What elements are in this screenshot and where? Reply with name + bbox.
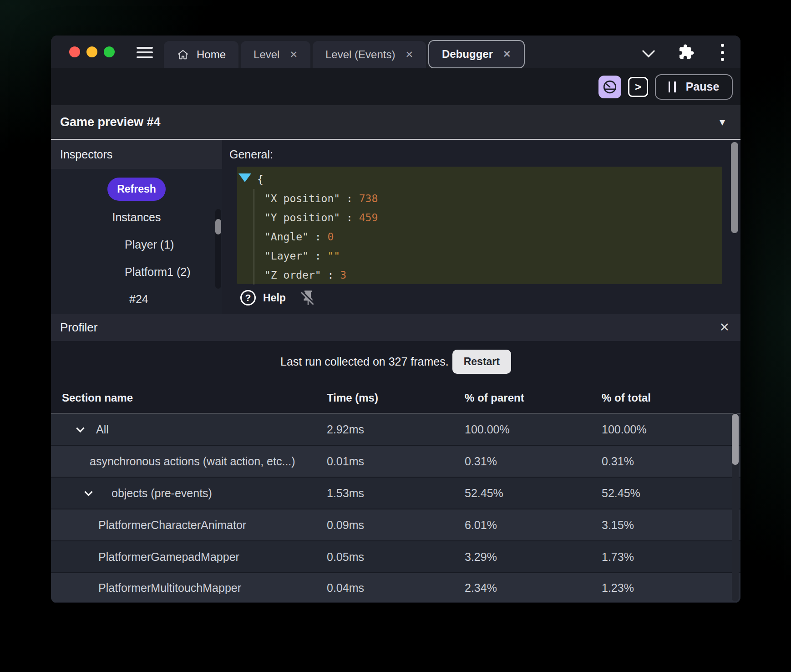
json-value: 738 [359,193,378,204]
console-button[interactable]: > [628,77,648,97]
pause-button[interactable]: Pause [655,74,733,100]
gauge-icon [602,79,618,95]
section-name: PlatformerMultitouchMapper [98,581,241,595]
profiler-table-header: Section name Time (ms) % of parent % of … [51,382,740,413]
desktop-background: Home Level ✕ Level (Events) ✕ Debugger ✕ [0,0,791,672]
percent-parent-cell: 6.01% [465,519,602,532]
section-name: PlatformerGamepadMapper [98,550,239,564]
close-window-button[interactable] [69,46,80,57]
game-preview-header[interactable]: Game preview #4 ▾ [51,105,740,140]
percent-total-cell: 52.45% [602,487,740,500]
inspectors-header: Inspectors [51,140,222,169]
json-property-viewer: { "X position" : 738 "Y position" : 459 … [237,167,722,284]
close-tab-icon[interactable]: ✕ [405,49,413,60]
json-key: "Angle" [264,231,309,243]
time-cell: 2.92ms [327,423,465,436]
percent-total-cell: 100.00% [602,423,740,436]
json-value: 459 [359,212,378,224]
help-label[interactable]: Help [263,292,286,304]
console-chevron-glyph: > [635,81,641,93]
debugger-window: Home Level ✕ Level (Events) ✕ Debugger ✕ [51,36,740,603]
percent-parent-cell: 0.31% [465,455,602,468]
minimize-window-button[interactable] [86,46,97,57]
time-cell: 0.01ms [327,455,465,468]
json-open-brace: { [257,170,722,189]
percent-parent-cell: 100.00% [465,423,602,436]
table-scrollbar-thumb[interactable] [732,414,739,465]
profiler-status-row: Last run collected on 327 frames. Restar… [51,349,740,374]
chevron-down-icon[interactable] [642,45,655,57]
general-panel: General: { "X position" : 738 "Y positio… [222,140,740,314]
titlebar: Home Level ✕ Level (Events) ✕ Debugger ✕ [51,36,740,68]
json-lines: "X position" : 738 "Y position" : 459 "A… [254,189,722,285]
inspector-item-instances[interactable]: Instances [51,210,222,224]
chevron-down-icon[interactable] [76,424,84,432]
json-value: 0 [327,231,334,243]
unpin-icon[interactable] [299,289,317,306]
json-key: "X position" [264,193,340,204]
tab-label: Home [197,48,226,61]
tab-label: Debugger [442,48,493,61]
tab-bar: Home Level ✕ Level (Events) ✕ Debugger ✕ [164,36,525,68]
close-tab-icon[interactable]: ✕ [289,49,298,60]
chevron-down-icon[interactable]: ▾ [720,116,725,128]
percent-total-cell: 3.15% [602,519,740,532]
inspector-item-24[interactable]: #24 [51,292,222,306]
time-cell: 0.09ms [327,519,465,532]
table-row[interactable]: PlatformerGamepadMapper 0.05ms 3.29% 1.7… [51,540,740,572]
general-scrollbar-thumb[interactable] [731,142,738,233]
tab-level[interactable]: Level ✕ [241,41,310,68]
debugger-toolbar: > Pause [51,68,740,105]
inspectors-panel: Inspectors Refresh Instances Player (1) … [51,140,222,314]
inspector-item-player[interactable]: Player (1) [51,238,222,251]
inspectors-list: Refresh Instances Player (1) Platform1 (… [51,169,222,314]
column-header-percent-total: % of total [602,392,740,404]
tab-label: Level (Events) [325,48,395,61]
restart-button[interactable]: Restart [452,350,511,374]
help-icon[interactable]: ? [240,290,256,305]
general-section-title: General: [222,140,740,161]
more-options-kebab-icon[interactable] [719,44,725,61]
tab-level-events[interactable]: Level (Events) ✕ [313,41,426,68]
column-header-time: Time (ms) [327,392,465,404]
section-name: All [96,423,109,436]
pause-label: Pause [686,80,720,93]
refresh-button[interactable]: Refresh [107,178,166,201]
close-profiler-icon[interactable]: ✕ [719,320,730,335]
tab-home[interactable]: Home [164,41,238,68]
menu-icon[interactable] [137,47,153,58]
profiler-toggle-button[interactable] [598,76,621,98]
table-row[interactable]: asynchronous actions (wait action, etc..… [51,445,740,477]
profiler-status-text: Last run collected on 327 frames. [280,355,449,368]
percent-parent-cell: 2.34% [465,581,602,595]
percent-parent-cell: 52.45% [465,487,602,500]
profiler-title: Profiler [60,321,97,335]
json-property-row[interactable]: "Y position" : 459 [254,208,722,227]
table-row[interactable]: PlatformerMultitouchMapper 0.04ms 2.34% … [51,572,740,602]
table-row[interactable]: objects (pre-events) 1.53ms 52.45% 52.45… [51,477,740,509]
json-value: "" [327,250,340,262]
profiler-body: Last run collected on 327 frames. Restar… [51,341,740,603]
close-tab-icon[interactable]: ✕ [503,49,511,60]
json-property-row[interactable]: "Layer" : "" [254,246,722,265]
tab-debugger[interactable]: Debugger ✕ [428,40,525,68]
game-preview-title: Game preview #4 [60,115,161,129]
profiler-header: Profiler ✕ [51,314,740,341]
inspector-item-platform1[interactable]: Platform1 (2) [51,265,222,279]
json-value: 3 [340,269,346,281]
time-cell: 1.53ms [327,487,465,500]
time-cell: 0.04ms [327,581,465,595]
json-property-row[interactable]: "Angle" : 0 [254,227,722,246]
column-header-percent-parent: % of parent [465,392,602,404]
percent-total-cell: 1.73% [602,550,740,564]
percent-total-cell: 1.23% [602,581,740,595]
inspectors-scrollbar-thumb[interactable] [215,219,221,234]
extensions-puzzle-icon[interactable] [678,44,695,60]
table-row[interactable]: All 2.92ms 100.00% 100.00% [51,413,740,445]
zoom-window-button[interactable] [104,46,115,57]
json-property-row[interactable]: "Z order" : 3 [254,265,722,285]
table-row[interactable]: PlatformerCharacterAnimator 0.09ms 6.01%… [51,509,740,540]
json-property-row[interactable]: "X position" : 738 [254,189,722,208]
chevron-down-icon[interactable] [84,488,92,496]
collapse-triangle-icon[interactable] [238,173,251,182]
